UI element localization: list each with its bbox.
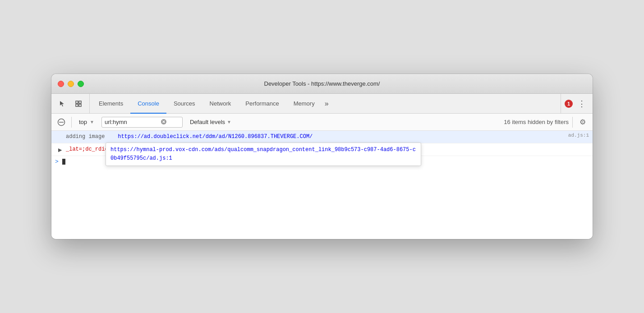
console-source[interactable]: ad.js:1 <box>568 133 589 138</box>
prompt-cursor <box>62 159 65 165</box>
svg-rect-1 <box>79 101 81 103</box>
separator-1 <box>71 117 72 128</box>
console-row: adding image https://ad.doubleclick.net/… <box>51 131 593 143</box>
clear-search-button[interactable] <box>161 119 167 126</box>
svg-rect-2 <box>76 104 78 106</box>
filter-count-label: 16 items hidden by filters <box>504 119 569 125</box>
error-count-circle: 1 <box>565 100 573 108</box>
titlebar: Developer Tools - https://www.theverge.c… <box>51 74 593 94</box>
filter-bar: top ▼ Default levels ▼ 16 items hidden b… <box>51 114 593 131</box>
svg-rect-3 <box>79 104 81 106</box>
error-badge: 1 <box>565 100 573 108</box>
tab-toolbar: Elements Console Sources Network Perform… <box>51 94 593 114</box>
no-entry-icon <box>57 118 65 126</box>
tab-list: Elements Console Sources Network Perform… <box>92 94 559 113</box>
devtools-window: Developer Tools - https://www.theverge.c… <box>51 74 593 239</box>
window-title: Developer Tools - https://www.theverge.c… <box>264 80 380 87</box>
console-log-text: adding image https://ad.doubleclick.net/… <box>66 133 565 141</box>
inspect-icon <box>75 100 82 107</box>
more-tabs-button[interactable]: » <box>322 94 331 113</box>
search-input[interactable] <box>105 119 159 125</box>
toolbar-right: 1 ⋮ <box>561 94 589 113</box>
close-button[interactable] <box>58 81 64 87</box>
tab-elements[interactable]: Elements <box>92 94 130 114</box>
tab-console[interactable]: Console <box>130 94 166 114</box>
maximize-button[interactable] <box>78 81 84 87</box>
levels-button[interactable]: Default levels ▼ <box>186 117 235 127</box>
window-controls <box>58 81 84 87</box>
console-settings-button[interactable]: ⚙ <box>576 116 589 129</box>
separator-2 <box>572 117 573 128</box>
tab-network[interactable]: Network <box>202 94 239 114</box>
svg-rect-0 <box>76 101 78 103</box>
tab-performance[interactable]: Performance <box>238 94 286 114</box>
toolbar-actions <box>55 94 90 113</box>
clear-icon <box>161 119 167 125</box>
console-output: adding image https://ad.doubleclick.net/… <box>51 131 593 239</box>
inspect-tool-button[interactable] <box>71 97 86 111</box>
search-box <box>101 117 183 128</box>
prompt-arrow-icon: > <box>55 158 59 165</box>
url-tooltip: https://hymnal-prod.vox-cdn.com/ads/qual… <box>106 143 421 166</box>
expand-button[interactable]: ▶ <box>57 147 63 153</box>
clear-console-button[interactable] <box>55 116 68 129</box>
minimize-button[interactable] <box>68 81 74 87</box>
cursor-tool-button[interactable] <box>55 97 69 111</box>
context-selector[interactable]: top ▼ <box>75 117 98 127</box>
tab-sources[interactable]: Sources <box>166 94 202 114</box>
devtools-menu-button[interactable]: ⋮ <box>575 97 589 111</box>
tab-memory[interactable]: Memory <box>286 94 322 114</box>
cursor-icon <box>59 100 66 107</box>
